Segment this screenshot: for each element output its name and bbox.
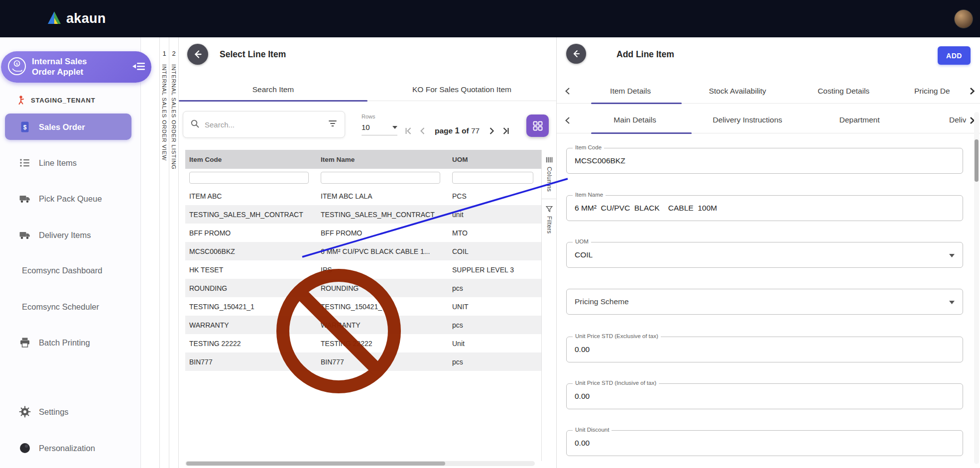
item-code-filter-input[interactable] [189, 172, 309, 184]
back-button[interactable] [566, 44, 586, 64]
table-row[interactable]: WARRANTY WARRANTY pcs [185, 316, 541, 334]
pricing-scheme-select[interactable]: Pricing Scheme [566, 289, 963, 315]
columns-label: Columns [546, 167, 553, 192]
pagination: page 1 of 77 [404, 126, 510, 135]
sidebar-item-line-items[interactable]: Line Items [0, 153, 141, 173]
first-page-button[interactable] [404, 126, 413, 135]
applet-title: Internal Sales Order Applet [32, 57, 132, 77]
filter-icon[interactable] [328, 118, 338, 130]
applet-badge[interactable]: $ Internal Sales Order Applet [1, 51, 151, 83]
tab-costing-details[interactable]: Costing Details [818, 87, 869, 96]
grid-view-button[interactable] [526, 115, 549, 137]
printer-icon [19, 337, 31, 349]
cell-item-name: WARRANTY [317, 321, 448, 329]
of-label: of [462, 126, 469, 135]
column-header-item-name[interactable]: Item Name [317, 156, 448, 163]
sidebar-item-settings[interactable]: Settings [0, 402, 141, 422]
tab-stock-availability[interactable]: Stock Availability [709, 87, 766, 96]
subtabs-scroll-left-button[interactable] [562, 115, 574, 128]
tenant-row[interactable]: STAGING_TENANT [0, 93, 141, 108]
next-page-button[interactable] [487, 126, 496, 135]
user-avatar[interactable] [954, 9, 973, 28]
tabs-scroll-left-button[interactable] [562, 86, 574, 99]
cell-uom: pcs [448, 321, 541, 329]
panel-title: Select Line Item [220, 49, 286, 60]
uom-filter-input[interactable] [452, 172, 533, 184]
table-row[interactable]: BFF PROMO BFF PROMO MTO [185, 224, 541, 242]
table-row[interactable]: TESTING_150421_1 TESTING_150421_ UNIT [185, 297, 541, 316]
sidebar-item-label: Sales Order [39, 122, 85, 131]
tab-ko-for-sales-quotation-item[interactable]: KO For Sales Quotation Item [368, 80, 556, 101]
uom-select[interactable]: UOM COIL [566, 242, 963, 268]
add-button[interactable]: ADD [938, 46, 971, 65]
vertical-scrollbar-thumb[interactable] [975, 139, 979, 182]
applet-title-line1: Internal Sales [32, 57, 87, 66]
tenant-label: STAGING_TENANT [31, 97, 95, 104]
columns-tool[interactable]: Columns [542, 150, 556, 192]
item-table: Item Code Item Name UOM ITEM ABC ITEM AB… [185, 150, 541, 371]
collapsed-tab-number: 2 [172, 50, 175, 57]
unit-price-exclusive-field[interactable]: Unit Price STD (Exclusive of tax) 0.00 [566, 337, 963, 362]
table-row[interactable]: TESTING_SALES_MH_CONTRACT TESTING_SALES_… [185, 205, 541, 224]
table-row[interactable]: ROUNDING ROUNDING pcs [185, 279, 541, 297]
tab-main-details[interactable]: Main Details [613, 116, 656, 124]
vertical-scrollbar[interactable] [974, 112, 979, 464]
sidebar-item-personalization[interactable]: Personalization [0, 438, 141, 458]
cell-item-code: TESTING_150421_1 [185, 303, 317, 311]
tab-item-details[interactable]: Item Details [610, 87, 651, 96]
sidebar-item-label: Ecomsync Dashboard [22, 266, 102, 275]
table-row[interactable]: BIN777 BIN777 pcs [185, 352, 541, 371]
active-subtab-indicator [591, 132, 692, 134]
sidebar-item-ecomsync-scheduler[interactable]: Ecomsync Scheduler [0, 297, 141, 317]
back-arrow-icon [571, 48, 582, 59]
sidebar-item-delivery-items[interactable]: Delivery Items [0, 225, 141, 245]
sidebar-item-ecomsync-dashboard[interactable]: Ecomsync Dashboard [0, 260, 141, 280]
tab-delivery-instructions[interactable]: Delivery Instructions [713, 116, 782, 124]
tab-delivery[interactable]: Deliv [949, 116, 966, 124]
sidebar-item-label: Personalization [39, 444, 95, 453]
rows-value: 10 [362, 123, 370, 131]
menu-collapse-icon[interactable] [132, 60, 145, 74]
filters-tool[interactable]: Filters [542, 199, 556, 234]
collapsed-tab-internal-sales-order-listing[interactable]: 2 INTERNAL SALES ORDER LISTING [169, 37, 178, 468]
search-input[interactable] [204, 120, 328, 129]
table-row[interactable]: MCSC006BKZ 6 MM² CU/PVC BLACK CABLE 1...… [185, 242, 541, 260]
table-body: ITEM ABC ITEM ABC LALA PCS TESTING_SALES… [185, 187, 541, 371]
cell-item-code: ROUNDING [185, 284, 317, 292]
item-name-filter-input[interactable] [321, 172, 440, 184]
tab-search-item[interactable]: Search Item [179, 80, 368, 101]
top-navbar: akaun [0, 0, 980, 37]
horizontal-scrollbar[interactable] [185, 461, 535, 466]
dark-circle-icon [19, 442, 31, 454]
sidebar-item-label: Line Items [39, 158, 77, 168]
grid-icon [532, 120, 544, 132]
table-row[interactable]: TESTING 22222 TESTING 22222 Unit [185, 334, 541, 352]
tab-pricing-details[interactable]: Pricing De [914, 87, 950, 96]
unit-discount-field[interactable]: Unit Discount 0.00 [566, 430, 963, 456]
collapsed-tab-internal-sales-order-view[interactable]: 1 INTERNAL SALES ORDER VIEW [159, 37, 169, 468]
sidebar-item-batch-printing[interactable]: Batch Printing [0, 333, 141, 352]
table-row[interactable]: HK TESET IPS SUPPLER LEVEL 3 [185, 260, 541, 279]
item-name-field[interactable]: Item Name 6 MM² CU/PVC BLACK CABLE 100M [566, 195, 963, 221]
truck-icon [19, 193, 31, 205]
field-value: 0.00 [575, 384, 590, 409]
back-button[interactable] [187, 44, 208, 65]
column-header-uom[interactable]: UOM [448, 156, 541, 163]
rows-label: Rows [362, 114, 397, 119]
hand-coin-icon: $ [7, 56, 27, 78]
item-code-field[interactable]: Item Code MCSC006BKZ [566, 148, 963, 174]
previous-page-button[interactable] [418, 126, 427, 135]
horizontal-scrollbar-thumb[interactable] [186, 462, 445, 466]
select-line-item-panel: Select Line Item Search Item KO For Sale… [178, 37, 556, 468]
rows-per-page-select[interactable]: Rows 10 [362, 114, 397, 135]
cell-uom: unit [448, 211, 541, 219]
column-header-item-code[interactable]: Item Code [185, 156, 317, 163]
sidebar-item-pick-pack-queue[interactable]: Pick Pack Queue [0, 189, 141, 209]
tabs-scroll-right-button[interactable] [966, 86, 978, 99]
sidebar-item-sales-order[interactable]: $ Sales Order [5, 114, 131, 140]
tab-department[interactable]: Department [840, 116, 880, 124]
table-row[interactable]: ITEM ABC ITEM ABC LALA PCS [185, 187, 541, 205]
unit-price-inclusive-field[interactable]: Unit Price STD (Inclusive of tax) 0.00 [566, 383, 963, 409]
last-page-button[interactable] [501, 126, 510, 135]
chevron-down-icon [392, 126, 397, 129]
